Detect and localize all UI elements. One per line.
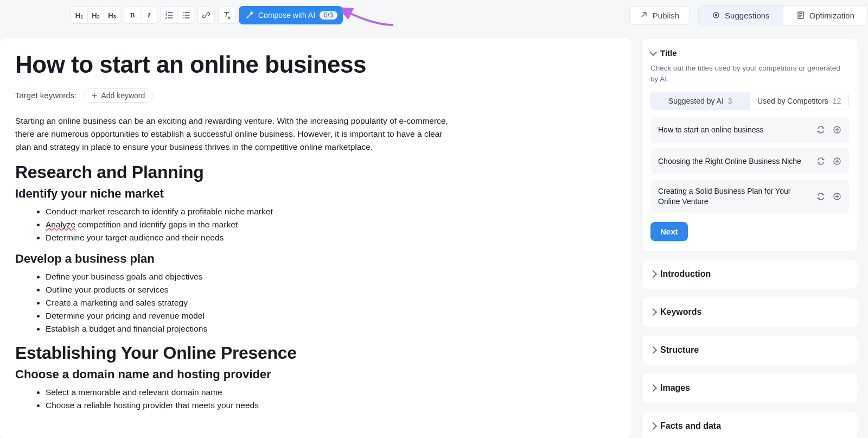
tab-suggestions[interactable]: Suggestions <box>699 6 783 25</box>
list-item[interactable]: Select a memorable and relevant domain n… <box>46 386 616 399</box>
suggestion-text: Creating a Solid Business Plan for Your … <box>658 186 810 207</box>
svg-point-5 <box>182 17 183 18</box>
add-button[interactable] <box>831 123 844 136</box>
optimization-label: Optimization <box>809 11 854 20</box>
list-item[interactable]: Outline your products or services <box>46 283 616 296</box>
heading-research-planning[interactable]: Research and Planning <box>15 162 616 182</box>
title-card-header[interactable]: Title <box>650 48 849 58</box>
spelling-error: Analyze <box>46 220 75 229</box>
list-item[interactable]: Establish a budget and financial project… <box>46 322 616 335</box>
facts-data-card[interactable]: Facts and data <box>641 411 858 438</box>
suggestion-actions <box>814 123 844 136</box>
bold-button[interactable]: B <box>124 7 141 23</box>
tab-label: Used by Competitors <box>757 97 828 105</box>
tab-suggested-by-ai[interactable]: Suggested by AI 3 <box>651 92 750 110</box>
link-icon <box>202 11 210 20</box>
card-header: Structure <box>650 345 849 355</box>
tab-count: 12 <box>833 97 841 105</box>
link-button[interactable] <box>198 7 214 23</box>
images-card[interactable]: Images <box>641 373 858 403</box>
suggestions-label: Suggestions <box>725 11 770 20</box>
tab-used-by-competitors[interactable]: Used by Competitors 12 <box>750 92 849 110</box>
list-item[interactable]: Conduct market research to identify a pr… <box>46 205 616 218</box>
tab-label: Suggested by AI <box>668 97 724 105</box>
title-suggestion[interactable]: Creating a Solid Business Plan for Your … <box>650 180 849 213</box>
chevron-right-icon <box>649 270 657 278</box>
title-card: Title Check out the titles used by your … <box>641 38 858 251</box>
structure-card[interactable]: Structure <box>641 335 858 365</box>
plus-circle-icon <box>833 192 841 201</box>
list-item[interactable]: Analyze competition and identify gaps in… <box>46 218 616 231</box>
target-icon <box>712 11 720 20</box>
heading-domain-hosting[interactable]: Choose a domain name and hosting provide… <box>15 367 616 382</box>
keywords-card[interactable]: Keywords <box>641 297 858 327</box>
h-label: H <box>75 11 80 20</box>
refresh-icon <box>816 125 825 134</box>
side-column: Title Check out the titles used by your … <box>641 38 858 438</box>
heading-online-presence[interactable]: Establishing Your Online Presence <box>15 343 616 363</box>
heading-business-plan[interactable]: Develop a business plan <box>15 252 616 266</box>
list-item[interactable]: Choose a reliable hosting provider that … <box>46 399 616 412</box>
list-item[interactable]: Determine your pricing and revenue model <box>46 309 616 322</box>
list-item[interactable]: Define your business goals and objective… <box>46 270 616 283</box>
card-header: Introduction <box>650 269 849 279</box>
card-header: Facts and data <box>650 421 849 431</box>
add-keyword-button[interactable]: Add keyword <box>83 88 153 103</box>
publish-button[interactable]: Publish <box>629 6 690 25</box>
card-header: Keywords <box>650 307 849 317</box>
keywords-row: Target keywords: Add keyword <box>15 88 616 103</box>
h3-button[interactable]: H3 <box>104 7 120 23</box>
heading-identify-niche[interactable]: Identify your niche market <box>15 187 616 201</box>
h-label: H <box>108 11 113 20</box>
ordered-list-button[interactable]: 123 <box>161 7 177 23</box>
list-group: 123 <box>161 7 194 24</box>
tab-count: 3 <box>728 97 732 105</box>
target-keywords-label: Target keywords: <box>15 91 76 100</box>
regenerate-button[interactable] <box>814 155 827 168</box>
chevron-right-icon <box>649 422 657 430</box>
title-source-tabs: Suggested by AI 3 Used by Competitors 12 <box>650 92 849 110</box>
h-sub: 2 <box>97 14 100 20</box>
italic-button[interactable]: I <box>141 7 157 23</box>
publish-icon <box>640 11 648 20</box>
heading-group: H1 H2 H3 <box>71 7 120 24</box>
card-label: Facts and data <box>660 421 721 431</box>
list-domain[interactable]: Select a memorable and relevant domain n… <box>15 386 616 412</box>
link-group <box>197 7 215 24</box>
article-title[interactable]: How to start an online business <box>15 51 616 79</box>
clear-format-button[interactable] <box>219 7 235 23</box>
svg-point-3 <box>182 12 183 13</box>
h1-button[interactable]: H1 <box>71 7 87 23</box>
intro-paragraph[interactable]: Starting an online business can be an ex… <box>15 115 449 154</box>
suggestion-text: Choosing the Right Online Business Niche <box>658 156 801 167</box>
regenerate-button[interactable] <box>814 190 827 203</box>
title-suggestion[interactable]: Choosing the Right Online Business Niche <box>650 148 849 174</box>
document-icon <box>796 11 805 20</box>
regenerate-button[interactable] <box>814 123 827 136</box>
next-button[interactable]: Next <box>650 222 688 241</box>
list-niche[interactable]: Conduct market research to identify a pr… <box>15 205 616 244</box>
ordered-list-icon: 123 <box>165 11 174 20</box>
compose-label: Compose with AI <box>258 11 315 20</box>
suggestion-actions <box>814 190 844 203</box>
compose-with-ai-button[interactable]: Compose with AI 0/3 <box>239 6 343 24</box>
suggestion-text: How to start an online business <box>658 125 764 135</box>
list-item[interactable]: Create a marketing and sales strategy <box>46 296 616 309</box>
title-card-sub: Check out the titles used by your compet… <box>650 63 849 84</box>
unordered-list-button[interactable] <box>177 7 194 23</box>
card-label: Introduction <box>660 269 711 279</box>
h-sub: 3 <box>113 14 116 20</box>
list-business-plan[interactable]: Define your business goals and objective… <box>15 270 616 335</box>
suggestion-actions <box>814 155 844 168</box>
list-item[interactable]: Determine your target audience and their… <box>46 231 616 244</box>
title-suggestion[interactable]: How to start an online business <box>650 117 849 143</box>
add-button[interactable] <box>831 155 844 168</box>
annotation-arrow-icon <box>342 7 401 28</box>
publish-label: Publish <box>653 11 679 20</box>
introduction-card[interactable]: Introduction <box>641 259 858 289</box>
compose-counter: 0/3 <box>320 11 337 20</box>
h2-button[interactable]: H2 <box>87 7 104 23</box>
chevron-right-icon <box>649 384 657 392</box>
tab-optimization[interactable]: Optimization <box>783 6 867 25</box>
add-button[interactable] <box>831 190 844 203</box>
